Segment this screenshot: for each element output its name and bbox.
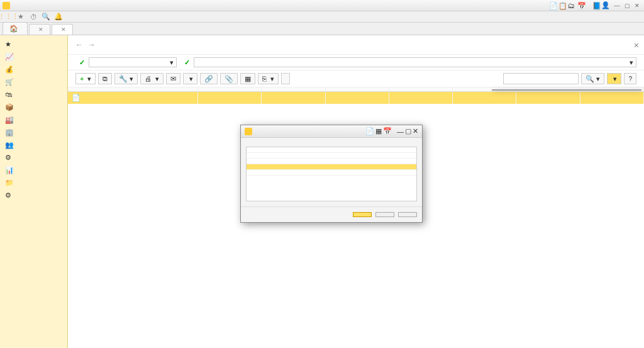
create-based-button[interactable]: ▾ [183, 73, 197, 84]
nav-purchases[interactable]: 🛍 [0, 88, 67, 101]
app-icon [245, 128, 252, 135]
tab-document[interactable]: ✕ [29, 24, 50, 35]
info-button[interactable]: ▦ [240, 73, 255, 84]
help-button[interactable] [398, 212, 417, 217]
search-input[interactable] [503, 73, 579, 84]
tab-close-icon[interactable]: ✕ [61, 26, 66, 33]
people-icon: 👥 [5, 141, 13, 149]
edo-icon: ⎘ [262, 75, 267, 82]
nav-admin[interactable]: ⚙ [0, 189, 67, 201]
nav-main[interactable]: ★ [0, 38, 67, 50]
title-quick-icons: 📄 📋 🗂 📅 📘 [549, 2, 600, 9]
tool-button[interactable]: 🔧▾ [114, 73, 138, 84]
option-services[interactable] [247, 153, 416, 159]
signed-button[interactable] [281, 73, 290, 84]
table-row[interactable]: 📄 [68, 92, 644, 104]
cell [389, 92, 452, 104]
app-icon [3, 2, 10, 9]
ops-icon: ⚙ [5, 154, 13, 161]
calendar-icon[interactable]: 📅 [577, 2, 585, 9]
nav-bank[interactable]: 💰 [0, 63, 67, 76]
select-button[interactable] [353, 212, 372, 217]
calendar-icon[interactable]: 📅 [383, 127, 392, 135]
more-button[interactable]: ▾ [607, 73, 621, 84]
tab-close-icon[interactable]: ✕ [38, 26, 43, 33]
cell [516, 92, 580, 104]
search-icon[interactable]: 🔍 [42, 13, 50, 21]
nav-warehouse[interactable]: 📦 [0, 101, 67, 113]
minimize-icon[interactable]: — [397, 128, 404, 135]
cell [325, 92, 389, 104]
history-icon[interactable]: ⏱ [29, 13, 38, 21]
close-icon[interactable]: ✕ [633, 1, 641, 10]
grid-icon[interactable]: ▦ [375, 127, 382, 135]
minimize-icon[interactable]: — [613, 1, 621, 10]
doc-icon[interactable]: 📄 [365, 127, 374, 135]
bell-icon[interactable]: 🔔 [54, 13, 63, 21]
org-select[interactable]: ▾ [194, 57, 636, 67]
tab-realization-list[interactable]: ✕ [52, 24, 73, 35]
copy-icon: ⧉ [103, 75, 108, 83]
back-icon[interactable]: ← [75, 40, 83, 49]
folder-icon: 📁 [5, 179, 13, 186]
apps-icon[interactable]: ⋮⋮⋮ [4, 13, 13, 21]
tab-home[interactable]: 🏠 [3, 22, 28, 35]
cancel-button[interactable] [375, 212, 394, 217]
realization-button[interactable]: +▾ [75, 73, 96, 84]
mail-button[interactable]: ✉ [166, 73, 180, 84]
chevron-down-icon: ▾ [155, 75, 159, 83]
chevron-down-icon: ▾ [613, 75, 617, 83]
option-goods[interactable] [247, 147, 416, 153]
nav-production[interactable]: 🏭 [0, 113, 67, 126]
option-equipment[interactable] [247, 170, 416, 176]
check-icon[interactable]: ✓ [184, 59, 190, 67]
nav-salary[interactable]: 👥 [0, 138, 67, 151]
dialog-footer [241, 206, 422, 222]
user-avatar-icon: 👤 [601, 1, 610, 9]
nav-sales[interactable]: 🛒 [0, 76, 67, 88]
option-commission[interactable] [247, 159, 416, 164]
search-icon: 🔍 [586, 75, 594, 83]
calc-icon[interactable]: 🗂 [568, 2, 575, 9]
attach-icon: 📎 [225, 75, 233, 83]
star-icon: ★ [5, 40, 13, 48]
context-menu [492, 89, 641, 91]
counterparty-select[interactable]: ▾ [89, 57, 177, 67]
search-button[interactable]: 🔍▾ [581, 73, 604, 84]
nav-manager[interactable]: 📈 [0, 50, 67, 63]
bank-icon: 💰 [5, 65, 13, 73]
chevron-down-icon: ▾ [87, 75, 91, 83]
star-icon[interactable]: ★ [16, 13, 25, 21]
main-toolbar: ⋮⋮⋮ ★ ⏱ 🔍 🔔 [0, 11, 644, 23]
nav-assets[interactable]: 🏢 [0, 126, 67, 138]
nav-reports[interactable]: 📊 [0, 164, 67, 176]
option-shipment[interactable] [247, 164, 416, 170]
maximize-icon[interactable]: ▢ [623, 1, 631, 10]
copy-button[interactable]: ⧉ [98, 73, 112, 84]
filter-bar: ✓ ▾ ✓ ▾ [68, 55, 644, 70]
box-icon: 📦 [5, 103, 13, 111]
print-button[interactable]: 🖨▾ [140, 73, 164, 84]
maximize-icon[interactable]: ▢ [405, 127, 411, 135]
doc-icon[interactable]: 📄 [549, 2, 557, 9]
home-icon: 🏠 [9, 25, 18, 33]
cell [580, 92, 643, 104]
page-close-icon[interactable]: × [634, 40, 639, 50]
bag-icon: 🛍 [5, 91, 13, 98]
close-icon[interactable]: ✕ [413, 127, 418, 135]
forward-icon[interactable]: → [88, 40, 96, 49]
info-icon: ▦ [245, 75, 251, 83]
book-icon[interactable]: 📘 [592, 2, 600, 9]
help-button[interactable]: ? [624, 73, 636, 84]
doc-icon[interactable]: 📋 [558, 2, 566, 9]
nav-operations[interactable]: ⚙ [0, 151, 67, 164]
gear-icon: ⚙ [5, 191, 13, 199]
edo-button[interactable]: ⎘▾ [258, 73, 279, 84]
attach-button[interactable]: 📎 [220, 73, 238, 84]
cart-icon: 🛒 [5, 78, 13, 86]
link-button[interactable]: 🔗 [200, 73, 218, 84]
dropdown-icon: ▾ [630, 59, 633, 67]
action-bar: +▾ ⧉ 🔧▾ 🖨▾ ✉ ▾ 🔗 📎 ▦ ⎘▾ 🔍▾ ▾ ? [68, 70, 644, 87]
nav-directories[interactable]: 📁 [0, 176, 67, 189]
check-icon[interactable]: ✓ [79, 59, 85, 67]
